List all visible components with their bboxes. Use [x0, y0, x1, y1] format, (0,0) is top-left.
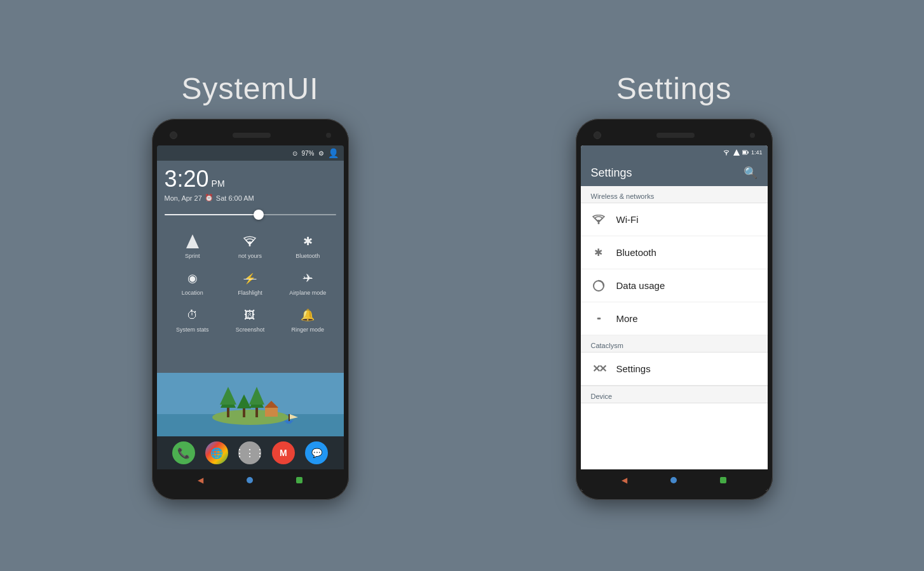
screenshot-icon: 🖼 [241, 306, 259, 324]
settings-list: Wireless & networks [581, 186, 768, 469]
slider-track [165, 214, 336, 215]
qs-label-location: Location [182, 290, 203, 296]
back-button-right[interactable]: ◀ [622, 476, 627, 485]
svg-point-18 [726, 154, 727, 156]
data-usage-item[interactable]: Data usage [581, 269, 768, 302]
cataclysm-icon: ✕✕ [591, 361, 606, 377]
slider-thumb [254, 210, 264, 220]
systemui-phone-frame: ⊙ 97% ⚙ 👤 3:20 PM Mon, [152, 119, 349, 500]
search-icon[interactable]: 🔍 [744, 166, 758, 180]
settings-statusbar: 1:41 [581, 145, 768, 159]
dock-phone-icon[interactable]: 📞 [172, 441, 195, 464]
qs-tile-wifi[interactable]: not yours [222, 227, 278, 263]
cataclysm-settings-label: Settings [616, 363, 651, 374]
qs-tile-flashlight[interactable]: ⚡ Flashlight [222, 264, 278, 300]
svg-rect-13 [265, 406, 278, 417]
qs-tile-screenshot[interactable]: 🖼 Screenshot [222, 301, 278, 337]
signal-icon [184, 232, 201, 250]
svg-rect-21 [747, 152, 749, 154]
wireless-networks-header: Wireless & networks [581, 186, 768, 203]
status-time-right: 1:41 [751, 149, 763, 156]
settings-screen-container: 1:41 Settings 🔍 Wireless & networks [581, 145, 768, 491]
earpiece-right [656, 133, 695, 138]
cataclysm-settings-item[interactable]: ✕✕ Settings [581, 353, 768, 386]
battery-status-icon [742, 149, 749, 156]
recents-button-left[interactable] [296, 477, 302, 483]
phone-top-bar-right [581, 128, 768, 143]
settings-title: Settings [616, 71, 731, 106]
location-icon: ◉ [184, 269, 201, 287]
qs-label-bluetooth: Bluetooth [296, 253, 320, 259]
bluetooth-label: Bluetooth [616, 247, 656, 258]
bluetooth-item[interactable]: ✱ Bluetooth [581, 236, 768, 269]
alarm-time: Sat 6:00 AM [216, 194, 254, 202]
battery-icon: ⊙ [292, 150, 297, 157]
back-button-left[interactable]: ◀ [198, 476, 203, 485]
data-usage-label: Data usage [616, 280, 665, 291]
system-stats-icon: ⏱ [184, 306, 201, 324]
nav-bar-left: ◀ [157, 469, 344, 491]
dock-messages-icon[interactable]: 💬 [305, 441, 328, 464]
qs-label-airplane: Airplane mode [289, 290, 326, 296]
svg-marker-0 [186, 234, 199, 248]
quick-settings-grid: Sprint [165, 227, 336, 337]
qs-tile-ringer[interactable]: 🔔 Ringer mode [280, 301, 336, 337]
systemui-section: SystemUI ⊙ 97% ⚙ 👤 [152, 71, 349, 500]
qs-tile-sprint[interactable]: Sprint [165, 227, 221, 263]
more-icon: ••• [591, 311, 606, 326]
main-container: SystemUI ⊙ 97% ⚙ 👤 [0, 0, 924, 571]
wifi-status-icon [722, 149, 731, 156]
bluetooth-icon: ✱ [299, 232, 316, 250]
dock-chrome-icon[interactable]: 🌐 [205, 441, 228, 464]
cataclysm-header: Cataclysm [581, 335, 768, 353]
svg-point-1 [249, 245, 251, 246]
home-button-left[interactable] [247, 477, 253, 483]
qs-tile-location[interactable]: ◉ Location [165, 264, 221, 300]
earpiece-left [233, 133, 271, 138]
signal-status-icon [733, 149, 740, 156]
wifi-icon [241, 232, 259, 250]
qs-label-sprint: Sprint [185, 253, 200, 259]
qs-tile-system-stats[interactable]: ⏱ System stats [165, 301, 221, 337]
bluetooth-settings-icon: ✱ [591, 245, 606, 260]
dock-gmail-icon[interactable]: M [272, 441, 295, 464]
wifi-item[interactable]: Wi-Fi [581, 203, 768, 236]
recents-button-right[interactable] [720, 477, 726, 483]
date-display: Mon, Apr 27 ⏰ Sat 6:00 AM [165, 194, 336, 202]
settings-icon-status: ⚙ [318, 150, 324, 157]
sensor-left [326, 133, 331, 138]
qs-label-ringer: Ringer mode [291, 326, 324, 333]
dock: 📞 🌐 ⋮⋮⋮ M 💬 [157, 436, 344, 469]
systemui-title: SystemUI [181, 71, 318, 106]
qs-label-screenshot: Screenshot [236, 326, 265, 333]
systemui-screen: ⊙ 97% ⚙ 👤 3:20 PM Mon, [157, 145, 344, 491]
wifi-settings-icon [591, 212, 606, 227]
sensor-right [750, 133, 755, 138]
battery-percent: 97% [301, 150, 314, 157]
home-button-right[interactable] [670, 477, 677, 483]
nav-bar-right: ◀ [581, 469, 768, 491]
wallpaper-area [157, 373, 344, 436]
date-text: Mon, Apr 27 [165, 194, 202, 202]
svg-rect-16 [289, 414, 290, 421]
qs-label-system-stats: System stats [176, 326, 209, 333]
brightness-slider[interactable] [165, 208, 336, 221]
settings-phone-frame: 1:41 Settings 🔍 Wireless & networks [576, 119, 773, 500]
qs-tile-bluetooth[interactable]: ✱ Bluetooth [280, 227, 336, 263]
time-display: 3:20 PM [165, 166, 336, 192]
ringer-icon: 🔔 [299, 306, 316, 324]
qs-tile-airplane[interactable]: ✈ Airplane mode [280, 264, 336, 300]
settings-header-title: Settings [591, 166, 632, 180]
settings-topbar: Settings 🔍 [581, 159, 768, 186]
time-large: 3:20 [165, 166, 209, 192]
dock-apps-icon[interactable]: ⋮⋮⋮ [238, 441, 261, 464]
more-item[interactable]: ••• More [581, 302, 768, 335]
slider-fill [165, 214, 259, 215]
time-ampm: PM [212, 178, 225, 189]
notification-panel: 3:20 PM Mon, Apr 27 ⏰ Sat 6:00 AM [157, 161, 344, 373]
alarm-icon: ⏰ [205, 194, 214, 202]
wifi-label: Wi-Fi [616, 214, 639, 225]
flashlight-icon: ⚡ [241, 269, 259, 287]
systemui-statusbar: ⊙ 97% ⚙ 👤 [157, 145, 344, 161]
front-camera-right [594, 131, 601, 139]
